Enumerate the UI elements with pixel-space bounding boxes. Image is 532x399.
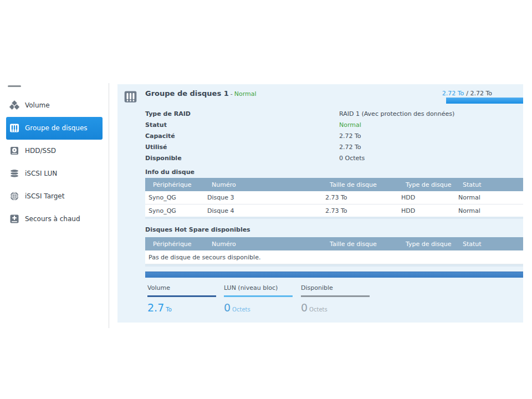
table-header-row: Périphérique Numéro Taille de disque Typ… [145, 237, 523, 250]
detail-value: 0 Octets [339, 155, 365, 162]
detail-row: Capacité 2.72 To [145, 132, 500, 144]
table-footer-strip [145, 217, 523, 219]
column-header-number: Numéro [204, 237, 322, 250]
empty-row: Pas de disque de secours disponible. [145, 250, 523, 264]
sidebar-clipped-item-stub [8, 85, 21, 87]
stat-label: LUN (niveau bloc) [224, 284, 293, 291]
usage-summary-text: 2.72 To/ 2.72 To [442, 90, 492, 97]
hot-spare-section-title: Disques Hot Spare disponibles [145, 226, 250, 233]
sidebar-item-label: HDD/SSD [25, 147, 56, 155]
table-footer-strip [145, 264, 523, 267]
sidebar-item-hot-spare[interactable]: Secours à chaud [0, 208, 109, 231]
sidebar: Volume Groupe de disques [0, 80, 109, 335]
stat-number: 0 [301, 301, 308, 314]
usage-used: 2.72 To [442, 90, 464, 97]
storage-manager-page: Volume Groupe de disques [0, 0, 532, 399]
iscsi-lun-icon [9, 168, 20, 179]
cell-type: HDD [398, 204, 455, 218]
detail-row: Type de RAID RAID 1 (Avec protection des… [145, 110, 500, 121]
stat-value: 0Octets [224, 301, 293, 314]
stat-underline [147, 295, 216, 297]
hot-spare-plus-icon [9, 213, 20, 224]
detail-row: Disponible 0 Octets [145, 155, 500, 166]
detail-value: RAID 1 (Avec protection des données) [339, 110, 454, 117]
stat-unit: To [166, 306, 172, 313]
stat-underline [224, 295, 293, 297]
table-row[interactable]: Syno_QG Disque 4 2.73 To HDD Normal [145, 204, 523, 218]
column-header-status: Statut [455, 237, 523, 250]
empty-message: Pas de disque de secours disponible. [145, 250, 523, 264]
stat-number: 2.7 [147, 301, 164, 314]
column-header-size: Taille de disque [322, 237, 398, 250]
detail-list: Type de RAID RAID 1 (Avec protection des… [145, 110, 500, 166]
sidebar-item-hdd-ssd[interactable]: HDD/SSD [0, 140, 109, 162]
usage-total: / 2.72 To [466, 90, 492, 97]
cell-number: Disque 3 [204, 191, 322, 204]
cell-number: Disque 4 [204, 204, 322, 218]
detail-label: Capacité [145, 132, 175, 140]
detail-label: Utilisé [145, 144, 167, 151]
iscsi-target-globe-icon [9, 191, 20, 202]
allocation-bar-fill [145, 272, 523, 278]
detail-label: Statut [145, 121, 167, 129]
stat-lun: LUN (niveau bloc) 0Octets [224, 284, 293, 314]
allocation-stats: Volume 2.7To LUN (niveau bloc) 0Octets D… [145, 284, 523, 318]
stat-label: Volume [147, 284, 216, 291]
disk-info-table: Périphérique Numéro Taille de disque Typ… [145, 178, 523, 218]
column-header-size: Taille de disque [322, 178, 398, 191]
sidebar-item-iscsi-target[interactable]: iSCSI Target [0, 185, 109, 208]
cell-size: 2.73 To [322, 191, 398, 204]
sidebar-item-iscsi-lun[interactable]: iSCSI LUN [0, 162, 109, 185]
column-header-status: Statut [455, 178, 523, 191]
stat-unit: Octets [232, 306, 250, 313]
sidebar-item-label: iSCSI Target [25, 192, 64, 200]
stat-underline [301, 295, 370, 297]
stat-value: 2.7To [147, 301, 216, 314]
column-header-device: Périphérique [145, 178, 204, 191]
detail-row: Statut Normal [145, 121, 500, 132]
allocation-bar [145, 272, 523, 278]
cell-device: Syno_QG [145, 191, 204, 204]
cell-type: HDD [398, 191, 455, 204]
usage-progress-fill [446, 98, 523, 104]
stat-available: Disponible 0Octets [301, 284, 370, 314]
cubes-icon [9, 100, 20, 111]
column-header-device: Périphérique [145, 237, 204, 250]
column-header-type: Type de disque [398, 178, 455, 191]
cell-status: Normal [455, 191, 523, 204]
sidebar-divider [109, 83, 109, 328]
stat-number: 0 [224, 301, 231, 314]
table-header-row: Périphérique Numéro Taille de disque Typ… [145, 178, 523, 191]
disk-info-section-title: Info du disque [145, 168, 195, 176]
status-badge: Normal [234, 90, 257, 98]
table-row[interactable]: Syno_QG Disque 3 2.73 To HDD Normal [145, 191, 523, 204]
detail-label: Type de RAID [145, 110, 191, 117]
detail-row: Utilisé 2.72 To [145, 144, 500, 155]
sidebar-item-volume[interactable]: Volume [0, 94, 109, 117]
detail-value: 2.72 To [339, 132, 361, 140]
detail-label: Disponible [145, 155, 182, 162]
cell-size: 2.73 To [322, 204, 398, 218]
usage-progress-bar [446, 98, 523, 104]
column-header-number: Numéro [204, 178, 322, 191]
hdd-icon [9, 145, 20, 156]
detail-value: 2.72 To [339, 144, 361, 151]
panel-title: Groupe de disques 1-Normal [145, 89, 257, 98]
hot-spare-table: Périphérique Numéro Taille de disque Typ… [145, 237, 523, 264]
disk-group-panel: Groupe de disques 1-Normal 2.72 To/ 2.72… [117, 84, 523, 323]
column-header-type: Type de disque [398, 237, 455, 250]
stat-value: 0Octets [301, 301, 370, 314]
title-separator: - [231, 90, 233, 98]
sidebar-item-disk-group[interactable]: Groupe de disques [6, 117, 103, 140]
sidebar-item-label: iSCSI LUN [25, 170, 57, 177]
stat-unit: Octets [309, 306, 328, 313]
detail-value-status: Normal [339, 121, 361, 129]
sidebar-item-label: Volume [25, 101, 50, 109]
disk-group-name: Groupe de disques 1 [145, 89, 229, 98]
sidebar-item-label: Groupe de disques [25, 124, 88, 132]
disk-group-icon [123, 89, 138, 105]
stat-label: Disponible [301, 284, 370, 291]
stat-volume: Volume 2.7To [147, 284, 216, 314]
sidebar-item-label: Secours à chaud [25, 215, 80, 223]
cell-device: Syno_QG [145, 204, 204, 218]
